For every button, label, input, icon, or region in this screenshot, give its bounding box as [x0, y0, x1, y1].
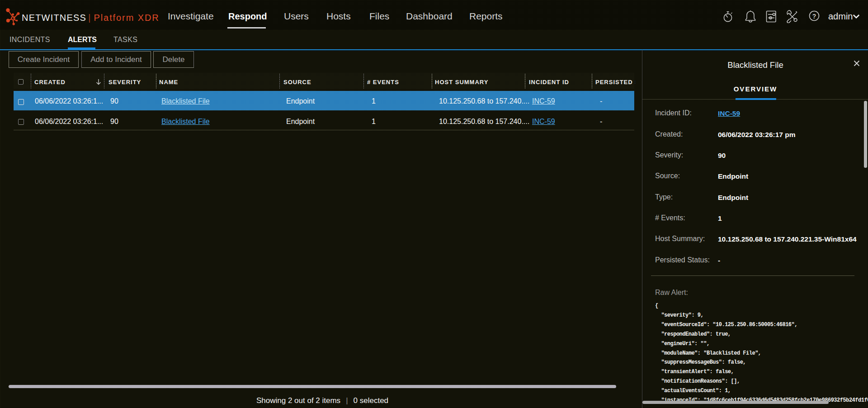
svg-text:?: ?: [812, 13, 816, 20]
